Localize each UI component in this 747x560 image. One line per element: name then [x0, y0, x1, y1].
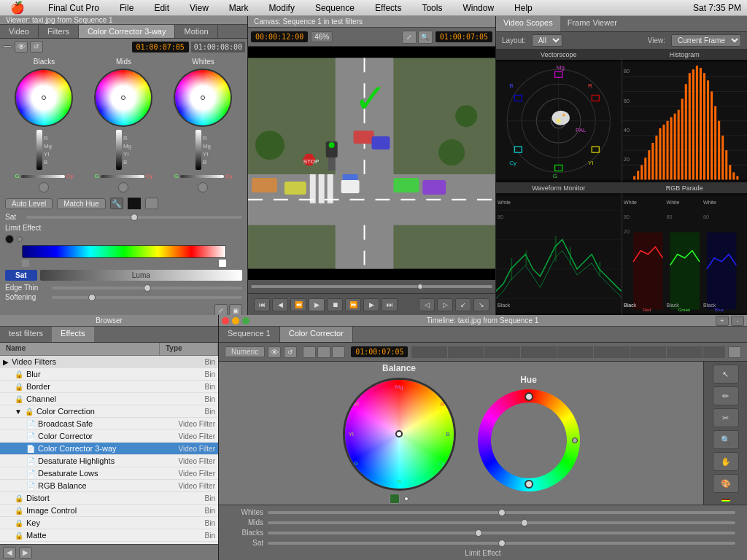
- hue-handle-right[interactable]: [572, 438, 578, 443]
- list-item-color-correction[interactable]: ▼ 🔒 Color Correction Bin: [0, 405, 218, 418]
- list-item-color-corrector[interactable]: 📄 Color Corrector Video Filter: [0, 430, 218, 443]
- list-item-key[interactable]: 🔒 Key Bin: [0, 517, 218, 529]
- blacks-reset-btn[interactable]: [39, 182, 49, 192]
- ffwd-btn[interactable]: ⏩: [345, 298, 361, 311]
- tool-zoom-btn[interactable]: 🔍: [713, 430, 739, 449]
- tab-sequence1[interactable]: Sequence 1: [219, 327, 280, 342]
- prev-frame-btn[interactable]: ◀: [272, 298, 288, 311]
- canvas-scrubber[interactable]: [251, 285, 492, 288]
- tool-trim-btn[interactable]: ✂: [713, 408, 739, 427]
- menu-modify[interactable]: Modify: [265, 1, 299, 15]
- tab-frame-viewer[interactable]: Frame Viewer: [560, 16, 624, 31]
- tab-effects[interactable]: Effects: [52, 327, 93, 342]
- apple-menu[interactable]: 🍎: [6, 0, 29, 16]
- cc-reset-btn[interactable]: ↺: [30, 41, 43, 52]
- insert-btn[interactable]: ↙: [455, 298, 471, 311]
- list-item-rgb-balance[interactable]: 📄 RGB Balance Video Filter: [0, 480, 218, 492]
- maximize-btn[interactable]: [242, 317, 249, 324]
- menu-tools[interactable]: Tools: [417, 1, 446, 15]
- stop-btn[interactable]: ⏹: [327, 298, 343, 311]
- blacks-wheel[interactable]: [15, 69, 73, 127]
- list-item-desaturate-highlights[interactable]: 📄 Desaturate Highlights Video Filter: [0, 455, 218, 467]
- cc-nav-next[interactable]: [332, 346, 345, 358]
- tab-test-filters[interactable]: test filters: [0, 327, 52, 342]
- menu-help[interactable]: Help: [510, 1, 537, 15]
- hue-wheel[interactable]: [478, 389, 580, 491]
- softening-slider[interactable]: [52, 296, 242, 299]
- gradient-right-btn[interactable]: [17, 236, 23, 242]
- gradient-left-btn[interactable]: [5, 235, 14, 244]
- mids-reset-btn[interactable]: [118, 182, 128, 192]
- mids-v-slider[interactable]: [116, 130, 122, 170]
- browser-back-btn[interactable]: ◀: [3, 547, 16, 559]
- tool-pencil-btn[interactable]: ✏: [713, 386, 739, 405]
- menu-effects[interactable]: Effects: [371, 1, 406, 15]
- list-item-matte[interactable]: 🔒 Matte Bin: [0, 529, 218, 542]
- list-item-channel[interactable]: 🔒 Channel Bin: [0, 393, 218, 405]
- sat-bottom-slider[interactable]: [268, 542, 735, 545]
- list-item-color-corrector-3way[interactable]: 📄 Color Corrector 3-way Video Filter: [0, 443, 218, 455]
- tab-color-corrector-3way[interactable]: Color Corrector 3-way: [79, 25, 176, 38]
- mids-wheel[interactable]: [94, 69, 152, 127]
- list-item-image-control[interactable]: 🔒 Image Control Bin: [0, 505, 218, 517]
- timeline-zoom-out-btn[interactable]: -: [731, 316, 744, 326]
- gradient-handle-right[interactable]: [219, 260, 226, 267]
- next-frame-btn[interactable]: ▶: [363, 298, 379, 311]
- whites-v-slider[interactable]: [196, 130, 201, 170]
- menu-mark[interactable]: Mark: [225, 1, 253, 15]
- cc-extra-btn[interactable]: [145, 198, 158, 209]
- eyedropper-icon[interactable]: 🔧: [110, 198, 123, 209]
- tab-color-corrector-bottom[interactable]: Color Corrector: [280, 327, 353, 342]
- view-select[interactable]: Current Frame: [671, 34, 741, 47]
- timeline-zoom-in-btn[interactable]: +: [716, 316, 729, 326]
- match-hue-btn[interactable]: Match Hue: [57, 198, 105, 209]
- tab-motion[interactable]: Motion: [175, 25, 217, 38]
- mark-out-btn[interactable]: ▷: [437, 298, 453, 311]
- close-btn[interactable]: [222, 317, 229, 324]
- overwrite-btn[interactable]: ↘: [473, 298, 489, 311]
- play-btn[interactable]: ▶: [309, 298, 325, 311]
- menu-sequence[interactable]: Sequence: [311, 1, 359, 15]
- tool-hand-btn[interactable]: ✋: [713, 452, 739, 471]
- hue-handle[interactable]: [525, 392, 533, 401]
- goto-end-btn[interactable]: ⏭: [382, 298, 398, 311]
- cc-eye-btn[interactable]: 👁: [15, 41, 28, 52]
- list-item-distort[interactable]: 🔒 Distort Bin: [0, 492, 218, 505]
- canvas-zoom-btn[interactable]: 🔍: [418, 31, 433, 44]
- browser-fwd-btn[interactable]: ▶: [19, 547, 32, 559]
- cc-nav-pointer[interactable]: [317, 346, 330, 358]
- canvas-playhead[interactable]: [417, 284, 423, 289]
- tool-select-btn[interactable]: ↖: [713, 365, 739, 384]
- whites-wheel[interactable]: [174, 69, 232, 127]
- cc-numeric-btn[interactable]: [2, 45, 12, 48]
- canvas-fit-btn[interactable]: ⤢: [402, 31, 417, 44]
- tab-video-scopes[interactable]: Video Scopes: [496, 16, 560, 31]
- menu-window[interactable]: Window: [458, 1, 498, 15]
- menu-view[interactable]: View: [185, 1, 213, 15]
- timeline-ruler[interactable]: [411, 346, 725, 358]
- rewind-btn[interactable]: ⏪: [290, 298, 306, 311]
- blacks-slider[interactable]: [268, 532, 735, 534]
- cc-timeline-scroll-btn[interactable]: [728, 346, 741, 358]
- sat-slider[interactable]: [26, 216, 242, 219]
- mids-h-slider[interactable]: [101, 175, 144, 178]
- whites-reset-btn[interactable]: [198, 182, 208, 192]
- list-item-border[interactable]: 🔒 Border Bin: [0, 381, 218, 393]
- blacks-v-slider[interactable]: [36, 130, 42, 170]
- list-item-blur[interactable]: 🔒 Blur Bin: [0, 368, 218, 381]
- whites-h-slider[interactable]: [180, 175, 224, 178]
- menu-file[interactable]: File: [115, 1, 138, 15]
- list-item-video-filters[interactable]: ▶ Video Filters Bin: [0, 356, 218, 368]
- list-item-broadcast-safe[interactable]: 📄 Broadcast Safe Video Filter: [0, 418, 218, 430]
- layout-select[interactable]: All: [532, 34, 562, 47]
- hue-handle-bottom[interactable]: [525, 480, 533, 489]
- mids-slider[interactable]: [268, 521, 735, 524]
- cc-bottom-eye-btn[interactable]: 👁: [268, 346, 281, 358]
- goto-start-btn[interactable]: ⏮: [254, 298, 270, 311]
- cc-bottom-numeric-btn[interactable]: Numeric: [225, 346, 265, 357]
- gradient-handle-left[interactable]: [22, 260, 29, 267]
- menu-fcp[interactable]: Final Cut Pro: [44, 1, 104, 15]
- list-item-desaturate-lows[interactable]: 📄 Desaturate Lows Video Filter: [0, 467, 218, 480]
- tab-filters[interactable]: Filters: [39, 25, 79, 38]
- menu-edit[interactable]: Edit: [150, 1, 174, 15]
